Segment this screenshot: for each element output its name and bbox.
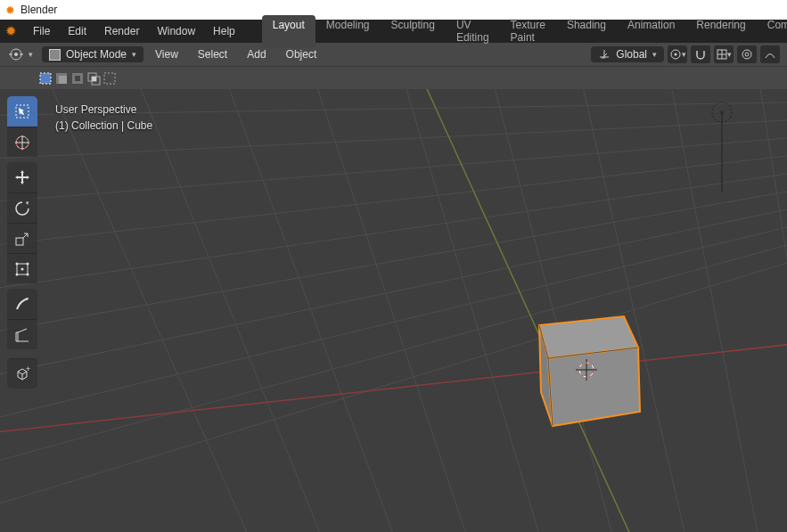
svg-point-12: [742, 50, 751, 59]
svg-line-35: [223, 89, 410, 532]
svg-marker-44: [548, 348, 640, 426]
select-rect-icon[interactable]: [37, 70, 53, 86]
svg-line-38: [490, 89, 624, 532]
light-object[interactable]: [712, 102, 732, 192]
svg-point-62: [16, 262, 19, 265]
svg-line-41: [758, 89, 787, 532]
select-intersect-icon[interactable]: [86, 70, 102, 86]
svg-rect-16: [59, 76, 67, 84]
menubar: ✹ File Edit Render Window Help Layout Mo…: [0, 20, 787, 43]
tool-transform[interactable]: [7, 253, 37, 283]
scene-canvas: [0, 89, 787, 532]
svg-point-65: [27, 273, 29, 275]
menu-render[interactable]: Render: [95, 25, 148, 37]
default-cube[interactable]: [539, 316, 640, 426]
snap-toggle[interactable]: [691, 45, 710, 63]
tool-select-box[interactable]: [7, 96, 37, 127]
3d-viewport[interactable]: User Perspective (1) Collection | Cube: [0, 89, 787, 532]
orientation-label: Global: [616, 48, 647, 61]
transform-orientation[interactable]: Global ▾: [591, 46, 664, 62]
svg-rect-60: [16, 238, 23, 245]
svg-line-34: [134, 89, 339, 532]
svg-rect-14: [40, 73, 51, 84]
svg-line-33: [45, 89, 267, 532]
chevron-down-icon: ▾: [652, 50, 657, 59]
menu-view[interactable]: View: [147, 48, 186, 61]
svg-line-23: [0, 263, 787, 517]
tab-texture-paint[interactable]: Texture Paint: [500, 15, 556, 47]
svg-rect-18: [75, 76, 80, 81]
tool-move[interactable]: [7, 162, 37, 192]
chevron-down-icon: ▾: [132, 50, 136, 59]
x-axis: [0, 343, 787, 437]
tab-sculpting[interactable]: Sculpting: [381, 15, 446, 47]
svg-text:+: +: [26, 365, 30, 373]
tab-compositing[interactable]: Compositing: [757, 15, 787, 47]
svg-rect-22: [104, 73, 115, 84]
editor-type-icon[interactable]: [7, 45, 25, 63]
select-invert-icon[interactable]: [102, 70, 118, 86]
tool-add-cube[interactable]: +: [7, 358, 37, 389]
menu-help[interactable]: Help: [204, 25, 244, 37]
svg-line-25: [0, 227, 787, 428]
tool-scale[interactable]: [7, 223, 37, 253]
mode-selector[interactable]: Object Mode ▾: [42, 46, 143, 62]
menu-window[interactable]: Window: [148, 25, 204, 37]
tab-rendering[interactable]: Rendering: [685, 15, 756, 47]
select-subtract-icon[interactable]: [70, 70, 86, 86]
tab-shading[interactable]: Shading: [556, 15, 617, 47]
mode-label: Object Mode: [66, 48, 127, 61]
toolbar: +: [7, 96, 37, 389]
svg-point-63: [27, 262, 29, 265]
svg-line-26: [0, 209, 787, 383]
svg-line-36: [312, 89, 481, 532]
tool-rotate[interactable]: [7, 192, 37, 223]
select-extend-icon[interactable]: [53, 70, 70, 86]
snap-options[interactable]: ▾: [714, 45, 734, 63]
proportional-edit-toggle[interactable]: [737, 45, 757, 63]
proportional-falloff[interactable]: [760, 45, 780, 63]
viewport-overlay-text: User Perspective (1) Collection | Cube: [55, 102, 152, 134]
svg-line-39: [579, 89, 695, 532]
workspace-tabs: Layout Modeling Sculpting UV Editing Tex…: [262, 15, 787, 47]
svg-point-8: [674, 53, 676, 56]
svg-rect-21: [92, 77, 96, 81]
active-object-label: (1) Collection | Cube: [55, 118, 152, 134]
app-title: Blender: [20, 4, 57, 16]
tab-layout[interactable]: Layout: [262, 15, 316, 47]
blender-logo-icon: ✹: [5, 4, 15, 17]
tab-animation[interactable]: Animation: [617, 15, 685, 47]
menu-select[interactable]: Select: [190, 48, 235, 61]
menu-add[interactable]: Add: [239, 48, 274, 61]
y-axis: [419, 89, 651, 532]
orientation-icon: [598, 48, 611, 61]
svg-line-37: [401, 89, 553, 532]
tool-annotate[interactable]: [7, 289, 37, 319]
svg-point-64: [16, 273, 19, 275]
menu-file[interactable]: File: [24, 25, 59, 37]
svg-point-13: [745, 53, 749, 56]
chevron-down-icon[interactable]: ▾: [29, 50, 33, 59]
menu-object[interactable]: Object: [278, 48, 325, 61]
grid: [0, 89, 787, 532]
pivot-point-button[interactable]: ▾: [668, 45, 687, 63]
perspective-label: User Perspective: [55, 102, 152, 118]
svg-line-40: [668, 89, 767, 532]
tool-cursor[interactable]: [7, 127, 37, 157]
select-mode-row: [0, 66, 787, 89]
blender-icon[interactable]: ✹: [5, 23, 17, 39]
svg-line-24: [0, 245, 787, 472]
svg-point-1: [14, 53, 18, 56]
tab-modeling[interactable]: Modeling: [316, 15, 381, 47]
svg-line-30: [0, 138, 787, 205]
object-mode-icon: [49, 49, 61, 61]
tool-measure[interactable]: [7, 319, 37, 349]
menu-edit[interactable]: Edit: [59, 25, 95, 37]
svg-point-66: [21, 267, 24, 270]
tab-uv-editing[interactable]: UV Editing: [446, 15, 500, 47]
